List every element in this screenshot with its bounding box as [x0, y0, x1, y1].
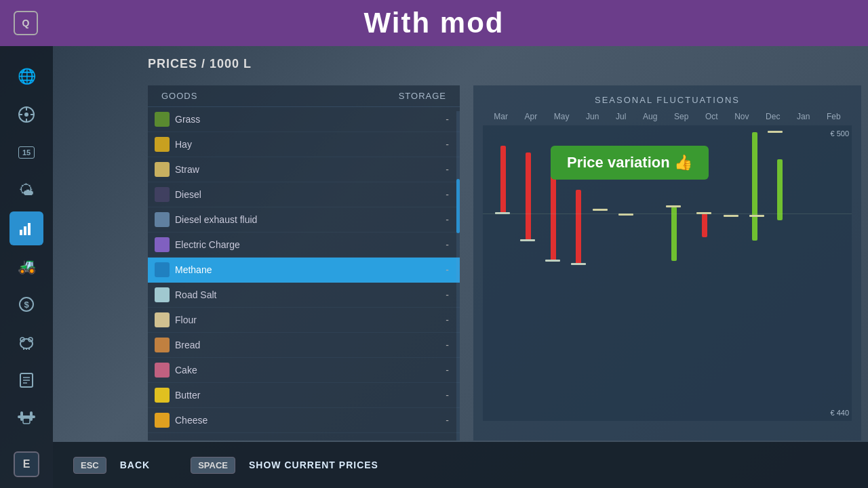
t-marker-nov: [724, 215, 738, 217]
sidebar-item-calendar[interactable]: 15: [9, 136, 43, 169]
goods-icon-bread: [155, 338, 170, 352]
goods-row-hay[interactable]: Hay -: [148, 132, 460, 157]
month-jul: Jul: [616, 112, 626, 121]
goods-icon-diesel: [155, 187, 170, 202]
svg-point-11: [20, 339, 33, 348]
month-jun: Jun: [586, 112, 599, 121]
space-key[interactable]: SPACE: [191, 457, 235, 474]
bar-jun-red: [576, 190, 581, 264]
top-bar: Q With mod: [0, 0, 868, 46]
sidebar-item-weather[interactable]: 🌤: [9, 174, 43, 207]
goods-row-diesel[interactable]: Diesel -: [148, 182, 460, 207]
goods-row-cabale[interactable]: Cabale -: [148, 433, 460, 436]
goods-storage-grass: -: [446, 114, 449, 125]
esc-key[interactable]: ESC: [73, 457, 106, 474]
bottom-bar: ESC BACK SPACE SHOW CURRENT PRICES: [53, 442, 868, 488]
t-marker-jan-top: [768, 131, 783, 133]
goods-row-grass[interactable]: Grass -: [148, 107, 460, 132]
main-content: PRICES / 1000 L GOODS STORAGE Grass - Ha…: [53, 46, 868, 488]
t-marker-sep-top: [666, 205, 681, 207]
scroll-bar: [456, 111, 460, 441]
sidebar-item-vehicles[interactable]: [9, 98, 43, 131]
sidebar: 🌐 15 🌤 🚜 $: [0, 46, 53, 488]
q-icon: Q: [14, 11, 38, 35]
sidebar-item-economy[interactable]: [9, 211, 43, 245]
bar-oct-red: [702, 214, 707, 237]
goods-storage-bread: -: [446, 340, 449, 350]
bar-mar-red: [500, 146, 506, 214]
e-button[interactable]: E: [14, 451, 39, 477]
goods-storage-butter: -: [446, 390, 449, 401]
sidebar-item-globe[interactable]: 🌐: [9, 60, 43, 94]
bar-feb-green: [777, 159, 783, 220]
goods-row-left: Diesel exhaust fluid: [155, 212, 257, 227]
sidebar-item-finances[interactable]: $: [9, 287, 43, 321]
sidebar-item-animals[interactable]: [9, 325, 43, 359]
goods-row-left: Cake: [155, 363, 197, 378]
sidebar-item-tractor[interactable]: 🚜: [9, 249, 43, 283]
goods-storage-salt: -: [446, 289, 449, 300]
bar-jan-green: [752, 132, 757, 241]
reference-line: [483, 214, 852, 214]
page-title: With mod: [364, 7, 505, 39]
svg-rect-7: [24, 226, 26, 235]
goods-icon-def: [155, 212, 170, 227]
goods-row-left: Diesel: [155, 187, 201, 202]
svg-rect-24: [23, 418, 30, 424]
goods-icon-straw: [155, 162, 170, 177]
goods-row-methane[interactable]: Methane -: [148, 258, 460, 283]
goods-row-butter[interactable]: Butter -: [148, 383, 460, 408]
goods-row-flour[interactable]: Flour -: [148, 308, 460, 333]
goods-row-left: Electric Charge: [155, 237, 240, 252]
prices-header: PRICES / 1000 L: [53, 46, 868, 78]
back-label: BACK: [120, 460, 150, 470]
t-marker-may: [545, 260, 560, 262]
goods-name-diesel: Diesel: [175, 189, 201, 200]
goods-name-butter: Butter: [175, 390, 200, 401]
month-sep: Sep: [674, 112, 688, 121]
sidebar-item-multiplayer[interactable]: [9, 401, 43, 435]
t-marker-apr: [520, 239, 535, 241]
goods-name-electric: Electric Charge: [175, 239, 240, 250]
goods-icon-methane: [155, 262, 170, 277]
goods-storage-straw: -: [446, 164, 449, 175]
month-apr: Apr: [525, 112, 538, 121]
goods-icon-electric: [155, 237, 170, 252]
goods-storage-cheese: -: [446, 415, 449, 426]
goods-panel: GOODS STORAGE Grass - Hay - Straw - Dies…: [148, 85, 460, 441]
goods-row-straw[interactable]: Straw -: [148, 157, 460, 182]
goods-row-bread[interactable]: Bread -: [148, 333, 460, 358]
month-mar: Mar: [494, 112, 508, 121]
goods-list[interactable]: Grass - Hay - Straw - Diesel - Diesel ex…: [148, 107, 460, 436]
goods-storage-methane: -: [446, 264, 449, 275]
col-goods: GOODS: [161, 91, 197, 101]
goods-row-left: Butter: [155, 388, 200, 403]
goods-row-def[interactable]: Diesel exhaust fluid -: [148, 207, 460, 232]
show-prices-label: SHOW CURRENT PRICES: [249, 460, 378, 470]
svg-rect-8: [28, 223, 31, 235]
goods-icon-hay: [155, 137, 170, 152]
month-jan: Jan: [797, 112, 810, 121]
goods-row-salt[interactable]: Road Salt -: [148, 283, 460, 308]
goods-row-cheese[interactable]: Cheese -: [148, 408, 460, 433]
month-nov: Nov: [734, 112, 749, 121]
month-may: May: [554, 112, 570, 121]
t-marker-dec: [749, 215, 764, 217]
goods-row-left: Flour: [155, 312, 197, 327]
month-oct: Oct: [705, 112, 718, 121]
goods-name-flour: Flour: [175, 314, 197, 325]
sidebar-item-contracts[interactable]: [9, 363, 43, 397]
goods-name-straw: Straw: [175, 164, 199, 175]
price-variation-label: Price variation 👍: [567, 154, 692, 171]
goods-row-cake[interactable]: Cake -: [148, 358, 460, 383]
goods-header: GOODS STORAGE: [148, 85, 460, 107]
month-dec: Dec: [766, 112, 780, 121]
scroll-thumb: [456, 179, 460, 233]
goods-storage-cake: -: [446, 365, 449, 375]
goods-row-electric[interactable]: Electric Charge -: [148, 232, 460, 258]
goods-storage-electric: -: [446, 239, 449, 250]
goods-row-left: Hay: [155, 137, 192, 152]
goods-name-salt: Road Salt: [175, 289, 216, 300]
goods-icon-flour: [155, 312, 170, 327]
goods-name-hay: Hay: [175, 139, 192, 150]
